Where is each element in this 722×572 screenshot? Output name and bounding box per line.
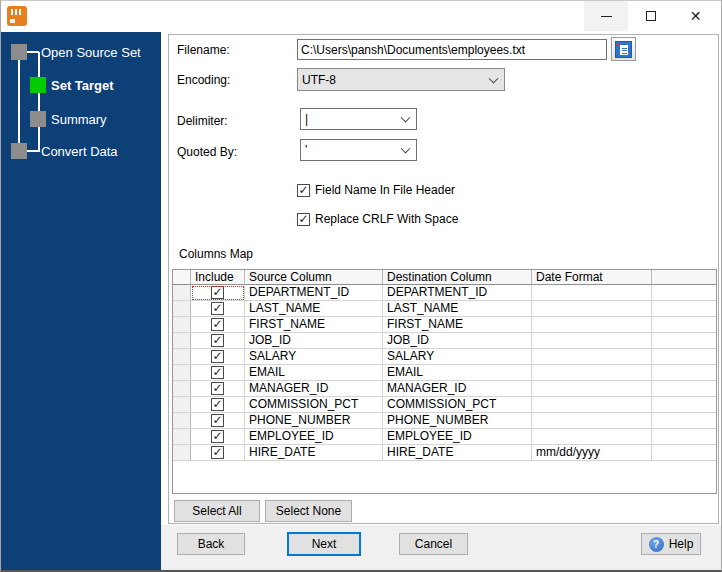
date-format-cell[interactable]: [532, 397, 652, 413]
select-all-button[interactable]: Select All: [174, 500, 260, 522]
date-format-cell[interactable]: [532, 429, 652, 445]
wizard-steps-sidebar: Open Source Set Set Target Summary Conve…: [1, 32, 161, 571]
select-none-button[interactable]: Select None: [265, 500, 352, 522]
source-column-cell[interactable]: LAST_NAME: [245, 301, 383, 317]
help-button[interactable]: ? Help: [641, 533, 701, 555]
minimize-button[interactable]: [584, 1, 628, 31]
destination-column-cell[interactable]: HIRE_DATE: [383, 445, 532, 461]
field-name-checkbox-row[interactable]: Field Name In File Header: [297, 183, 455, 197]
row-selector-cell[interactable]: [173, 317, 191, 333]
include-checkbox[interactable]: [211, 350, 224, 363]
include-checkbox[interactable]: [211, 446, 224, 459]
date-format-cell[interactable]: [532, 413, 652, 429]
include-cell[interactable]: [191, 365, 245, 381]
include-cell[interactable]: [191, 397, 245, 413]
include-cell[interactable]: [191, 301, 245, 317]
row-selector-cell[interactable]: [173, 301, 191, 317]
source-column-cell[interactable]: FIRST_NAME: [245, 317, 383, 333]
next-button[interactable]: Next: [287, 532, 361, 556]
browse-file-icon: [615, 41, 632, 58]
header-source-column[interactable]: Source Column: [245, 270, 383, 285]
chevron-down-icon: [401, 144, 411, 154]
row-selector-cell[interactable]: [173, 381, 191, 397]
replace-crlf-checkbox[interactable]: [297, 213, 310, 226]
date-format-cell[interactable]: [532, 333, 652, 349]
source-column-cell[interactable]: JOB_ID: [245, 333, 383, 349]
source-column-cell[interactable]: EMAIL: [245, 365, 383, 381]
destination-column-cell[interactable]: MANAGER_ID: [383, 381, 532, 397]
destination-column-cell[interactable]: EMPLOYEE_ID: [383, 429, 532, 445]
source-column-cell[interactable]: EMPLOYEE_ID: [245, 429, 383, 445]
include-cell[interactable]: [191, 445, 245, 461]
include-cell[interactable]: [191, 349, 245, 365]
date-format-cell[interactable]: [532, 365, 652, 381]
row-selector-cell[interactable]: [173, 413, 191, 429]
step-indicator-set-target: [30, 77, 46, 93]
date-format-cell[interactable]: [532, 349, 652, 365]
include-checkbox[interactable]: [211, 302, 224, 315]
header-destination-column[interactable]: Destination Column: [383, 270, 532, 285]
filler-cell: [652, 445, 716, 461]
date-format-cell[interactable]: mm/dd/yyyy: [532, 445, 652, 461]
filename-input[interactable]: [297, 39, 607, 60]
close-button[interactable]: ✕: [673, 1, 718, 31]
include-cell[interactable]: [191, 317, 245, 333]
maximize-button[interactable]: [628, 1, 673, 31]
include-checkbox[interactable]: [211, 286, 224, 299]
row-selector-cell[interactable]: [173, 429, 191, 445]
row-selector-cell[interactable]: [173, 349, 191, 365]
include-cell[interactable]: [191, 413, 245, 429]
source-column-cell[interactable]: SALARY: [245, 349, 383, 365]
help-button-label: Help: [669, 537, 694, 551]
columns-map-title: Columns Map: [179, 247, 253, 261]
filler-cell: [652, 381, 716, 397]
header-date-format[interactable]: Date Format: [532, 270, 652, 285]
cancel-button[interactable]: Cancel: [399, 533, 468, 555]
back-button[interactable]: Back: [177, 533, 245, 555]
include-checkbox[interactable]: [211, 382, 224, 395]
source-column-cell[interactable]: DEPARTMENT_ID: [245, 285, 383, 301]
date-format-cell[interactable]: [532, 285, 652, 301]
destination-column-cell[interactable]: COMMISSION_PCT: [383, 397, 532, 413]
destination-column-cell[interactable]: SALARY: [383, 349, 532, 365]
row-selector-cell[interactable]: [173, 333, 191, 349]
source-column-cell[interactable]: COMMISSION_PCT: [245, 397, 383, 413]
row-selector-cell[interactable]: [173, 365, 191, 381]
quoted-by-label: Quoted By:: [177, 145, 237, 159]
source-column-cell[interactable]: PHONE_NUMBER: [245, 413, 383, 429]
include-checkbox[interactable]: [211, 414, 224, 427]
quoted-by-select[interactable]: ': [300, 139, 417, 161]
destination-column-cell[interactable]: DEPARTMENT_ID: [383, 285, 532, 301]
date-format-cell[interactable]: [532, 381, 652, 397]
include-checkbox[interactable]: [211, 398, 224, 411]
include-checkbox[interactable]: [211, 334, 224, 347]
row-selector-cell[interactable]: [173, 285, 191, 301]
browse-file-button[interactable]: [611, 37, 636, 61]
include-checkbox[interactable]: [211, 366, 224, 379]
replace-crlf-checkbox-row[interactable]: Replace CRLF With Space: [297, 212, 458, 226]
dialog-window: ✕ Open Source Set Set Target Summary Con…: [0, 0, 722, 572]
destination-column-cell[interactable]: JOB_ID: [383, 333, 532, 349]
date-format-cell[interactable]: [532, 301, 652, 317]
include-checkbox[interactable]: [211, 318, 224, 331]
source-column-cell[interactable]: HIRE_DATE: [245, 445, 383, 461]
source-column-cell[interactable]: MANAGER_ID: [245, 381, 383, 397]
delimiter-select[interactable]: |: [300, 108, 417, 130]
include-cell[interactable]: [191, 333, 245, 349]
include-cell[interactable]: [191, 285, 245, 301]
date-format-cell[interactable]: [532, 317, 652, 333]
destination-column-cell[interactable]: PHONE_NUMBER: [383, 413, 532, 429]
step-indicator-summary: [30, 111, 46, 127]
header-include[interactable]: Include: [191, 270, 245, 285]
field-name-checkbox[interactable]: [297, 184, 310, 197]
destination-column-cell[interactable]: EMAIL: [383, 365, 532, 381]
include-checkbox[interactable]: [211, 430, 224, 443]
destination-column-cell[interactable]: FIRST_NAME: [383, 317, 532, 333]
destination-column-cell[interactable]: LAST_NAME: [383, 301, 532, 317]
include-cell[interactable]: [191, 381, 245, 397]
include-cell[interactable]: [191, 429, 245, 445]
row-selector-cell[interactable]: [173, 445, 191, 461]
table-row: SALARYSALARY: [173, 349, 716, 365]
encoding-select[interactable]: UTF-8: [297, 68, 505, 91]
row-selector-cell[interactable]: [173, 397, 191, 413]
